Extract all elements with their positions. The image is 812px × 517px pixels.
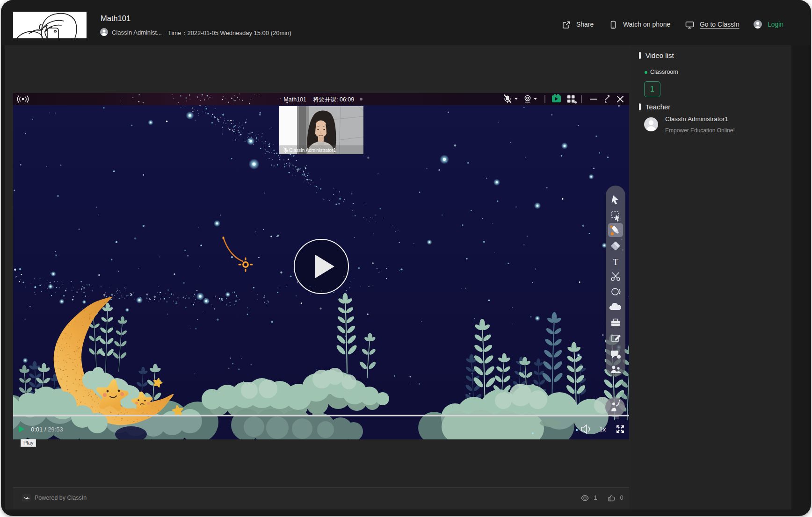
svg-text:Math101: Math101 (283, 96, 306, 103)
svg-text:0:01 / 29:53: 0:01 / 29:53 (31, 426, 63, 433)
svg-text:T: T (613, 257, 618, 267)
svg-text:1x: 1x (599, 426, 606, 433)
svg-text:ClassIn Administrator1: ClassIn Administrator1 (289, 148, 336, 153)
svg-text:0/0: 0/0 (614, 416, 619, 420)
svg-text:将要开课: 06:09: 将要开课: 06:09 (312, 96, 354, 103)
